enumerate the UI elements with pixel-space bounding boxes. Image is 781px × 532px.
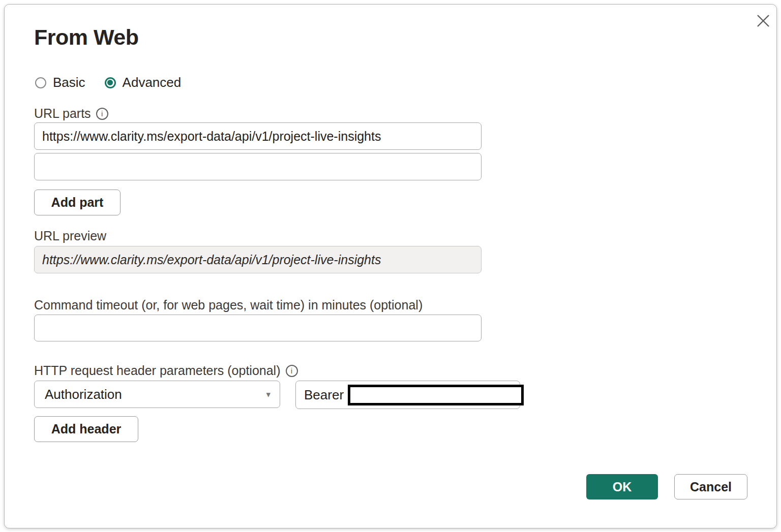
- header-value-input[interactable]: Bearer: [295, 381, 520, 409]
- from-web-dialog: From Web Basic Advanced URL parts i Add …: [4, 4, 777, 528]
- add-part-button[interactable]: Add part: [34, 190, 121, 215]
- http-headers-label: HTTP request header parameters (optional…: [34, 363, 298, 378]
- radio-basic[interactable]: Basic: [35, 75, 85, 90]
- close-button[interactable]: [752, 10, 774, 32]
- url-part-1-input[interactable]: [34, 122, 482, 150]
- add-header-button[interactable]: Add header: [34, 416, 138, 442]
- radio-advanced[interactable]: Advanced: [105, 75, 182, 90]
- url-parts-label: URL parts i: [34, 106, 108, 121]
- header-value-prefix: Bearer: [304, 387, 344, 403]
- header-name-selected-value: Authorization: [45, 387, 122, 402]
- command-timeout-label: Command timeout (or, for web pages, wait…: [34, 298, 423, 312]
- header-name-dropdown[interactable]: Authorization ▾: [34, 381, 280, 408]
- radio-basic-circle[interactable]: [35, 77, 46, 88]
- mode-radio-group: Basic Advanced: [35, 75, 181, 90]
- ok-button[interactable]: OK: [586, 474, 658, 499]
- radio-advanced-circle[interactable]: [105, 77, 116, 88]
- url-part-2-input[interactable]: [34, 153, 482, 180]
- info-icon[interactable]: i: [286, 365, 298, 377]
- url-preview-value: https://www.clarity.ms/export-data/api/v…: [34, 246, 482, 273]
- close-icon: [756, 13, 771, 28]
- cancel-button[interactable]: Cancel: [674, 474, 747, 499]
- page-title: From Web: [34, 25, 138, 50]
- radio-basic-label: Basic: [53, 75, 85, 90]
- chevron-down-icon: ▾: [266, 389, 271, 400]
- command-timeout-input[interactable]: [34, 315, 482, 341]
- redacted-token-box: [348, 385, 524, 405]
- info-icon[interactable]: i: [96, 108, 108, 120]
- radio-advanced-label: Advanced: [123, 75, 182, 90]
- url-preview-label: URL preview: [34, 229, 106, 243]
